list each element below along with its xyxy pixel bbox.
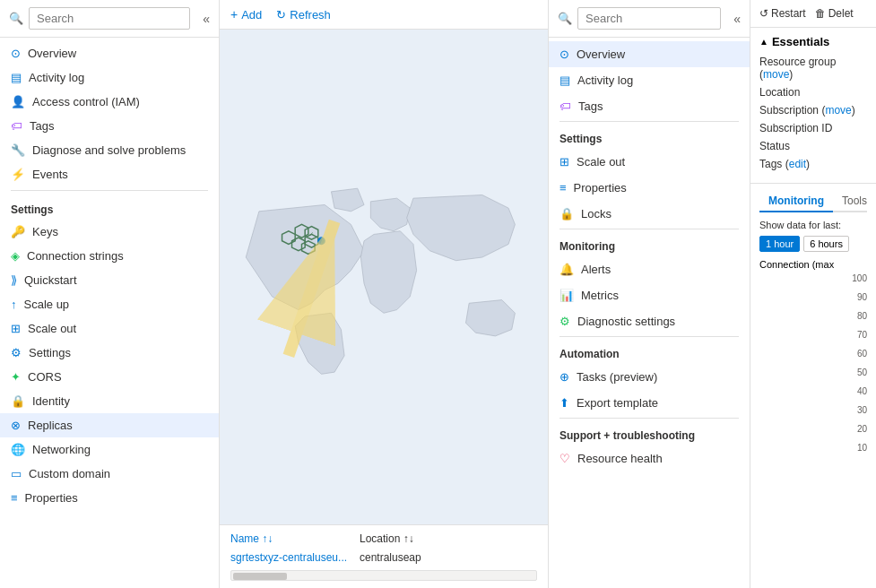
essentials-subscription-id: Subscription ID [759, 122, 867, 134]
sidebar-item-replicas[interactable]: ⊗ Replicas [0, 413, 219, 437]
middle-nav-tags[interactable]: 🏷 Tags [549, 93, 750, 119]
middle-nav-diagnostic[interactable]: ⚙ Diagnostic settings [549, 308, 750, 334]
export-icon: ⬆ [559, 396, 569, 410]
refresh-button[interactable]: ↻ Refresh [276, 8, 331, 22]
middle-nav-label: Locks [581, 207, 611, 220]
key-icon: 🔑 [11, 225, 25, 238]
tags-edit-link[interactable]: edit [789, 158, 806, 170]
middle-nav-tasks[interactable]: ⊕ Tasks (preview) [549, 364, 750, 390]
sidebar-item-custom-domain[interactable]: ▭ Custom domain [0, 462, 219, 486]
left-sidebar: 🔍 « ⊙ Overview ▤ Activity log 👤 Access c… [0, 0, 220, 588]
custom-domain-icon: ▭ [11, 467, 22, 480]
sidebar-item-identity[interactable]: 🔒 Identity [0, 389, 219, 413]
monitoring-section: Monitoring [549, 231, 750, 256]
middle-nav-export[interactable]: ⬆ Export template [549, 390, 750, 416]
restart-icon: ↺ [759, 7, 768, 20]
restart-button[interactable]: ↺ Restart [759, 7, 806, 20]
sidebar-item-cors[interactable]: ✦ CORS [0, 365, 219, 389]
tasks-icon: ⊕ [559, 370, 569, 384]
subscription-move-link[interactable]: move [825, 104, 851, 117]
replicas-icon: ⊗ [11, 419, 21, 432]
nav-divider [11, 190, 208, 191]
activity-icon: ▤ [11, 71, 22, 84]
scale-out-icon: ⊞ [11, 322, 21, 335]
essentials-status: Status [759, 140, 867, 152]
time-6h-button[interactable]: 6 hours [803, 236, 849, 252]
sidebar-item-quickstart[interactable]: ⟫ Quickstart [0, 268, 219, 292]
sidebar-item-label: Overview [28, 47, 76, 60]
middle-nav-scale-out[interactable]: ⊞ Scale out [549, 149, 750, 175]
middle-nav-locks[interactable]: 🔒 Locks [549, 201, 750, 227]
collapse-left-button[interactable]: « [203, 12, 210, 26]
overview-icon: ⊙ [559, 48, 569, 61]
col-location-header[interactable]: Location ↑↓ [360, 532, 537, 545]
middle-nav-label: Scale out [577, 155, 625, 169]
sidebar-item-keys[interactable]: 🔑 Keys [0, 220, 219, 244]
sidebar-item-label: Properties [25, 491, 78, 505]
sidebar-item-diagnose[interactable]: 🔧 Diagnose and solve problems [0, 138, 219, 162]
tag-icon: 🏷 [559, 99, 571, 113]
sidebar-item-scale-up[interactable]: ↑ Scale up [0, 292, 219, 316]
middle-nav-alerts[interactable]: 🔔 Alerts [549, 256, 750, 282]
essentials-tags: Tags (edit) [759, 158, 867, 170]
left-search-input[interactable] [29, 7, 190, 30]
sidebar-item-scale-out[interactable]: ⊞ Scale out [0, 316, 219, 341]
middle-divider-settings [559, 121, 739, 122]
middle-nav-label: Metrics [581, 289, 619, 302]
middle-nav-overview[interactable]: ⊙ Overview [549, 41, 750, 67]
row-name[interactable]: sgrtestxyz-centraluseu... [230, 551, 356, 564]
connection-icon: ◈ [11, 249, 20, 263]
sidebar-item-networking[interactable]: 🌐 Networking [0, 437, 219, 462]
middle-divider-automation [559, 336, 739, 337]
left-search-bar: 🔍 « [0, 0, 219, 38]
sidebar-item-label: Access control (IAM) [32, 95, 140, 108]
sidebar-item-label: Activity log [29, 71, 84, 84]
plus-icon: + [230, 7, 238, 22]
middle-nav-resource-health[interactable]: ♡ Resource health [549, 445, 750, 471]
sidebar-item-label: Events [32, 168, 68, 181]
world-map-svg: ✓ [220, 30, 548, 524]
diagnostic-icon: ⚙ [559, 315, 570, 328]
properties-icon: ≡ [559, 181, 567, 195]
sidebar-item-access-control[interactable]: 👤 Access control (IAM) [0, 90, 219, 114]
sidebar-item-overview[interactable]: ⊙ Overview [0, 41, 219, 65]
sidebar-item-label: Custom domain [29, 467, 110, 480]
middle-search-input[interactable] [577, 7, 721, 30]
middle-nav-properties[interactable]: ≡ Properties [549, 175, 750, 201]
sidebar-item-properties[interactable]: ≡ Properties [0, 486, 219, 510]
essentials-location: Location [759, 86, 867, 99]
essentials-title: ▲ Essentials [759, 35, 867, 48]
collapse-middle-button[interactable]: « [733, 12, 741, 26]
move-link[interactable]: move [763, 68, 789, 81]
scale-up-icon: ↑ [11, 298, 17, 311]
add-button[interactable]: + Add [230, 7, 262, 22]
cors-icon: ✦ [11, 370, 21, 384]
time-1h-button[interactable]: 1 hour [759, 236, 800, 252]
quickstart-icon: ⟫ [11, 273, 17, 287]
table-scrollbar[interactable] [230, 570, 537, 581]
settings-icon: ⚙ [11, 346, 22, 359]
col-name-header[interactable]: Name ↑↓ [230, 532, 356, 545]
delete-button[interactable]: 🗑 Delet [815, 7, 854, 20]
trash-icon: 🗑 [815, 7, 826, 20]
sidebar-item-label: Identity [32, 394, 70, 408]
middle-nav-label: Alerts [581, 263, 611, 276]
sidebar-item-settings[interactable]: ⚙ Settings [0, 341, 219, 365]
tab-monitoring[interactable]: Monitoring [759, 191, 833, 212]
sidebar-item-label: Settings [29, 346, 71, 359]
middle-nav-label: Export template [577, 396, 658, 410]
map-area: ✓ [220, 30, 548, 524]
sidebar-item-events[interactable]: ⚡ Events [0, 162, 219, 186]
middle-nav-metrics[interactable]: 📊 Metrics [549, 282, 750, 308]
middle-nav-label: Tasks (preview) [577, 370, 657, 384]
access-icon: 👤 [11, 95, 25, 108]
search-icon: 🔍 [9, 12, 23, 25]
sidebar-item-activity-log[interactable]: ▤ Activity log [0, 65, 219, 90]
tab-tools[interactable]: Tools [833, 191, 876, 212]
sidebar-item-tags[interactable]: 🏷 Tags [0, 114, 219, 138]
right-toolbar: ↺ Restart 🗑 Delet [750, 0, 876, 28]
middle-nav-activity-log[interactable]: ▤ Activity log [549, 67, 750, 93]
table-row: sgrtestxyz-centraluseu... centraluseap [230, 549, 537, 566]
sidebar-item-connection-strings[interactable]: ◈ Connection strings [0, 244, 219, 268]
monitoring-section: Monitoring Tools Show data for last: 1 h… [750, 184, 876, 460]
